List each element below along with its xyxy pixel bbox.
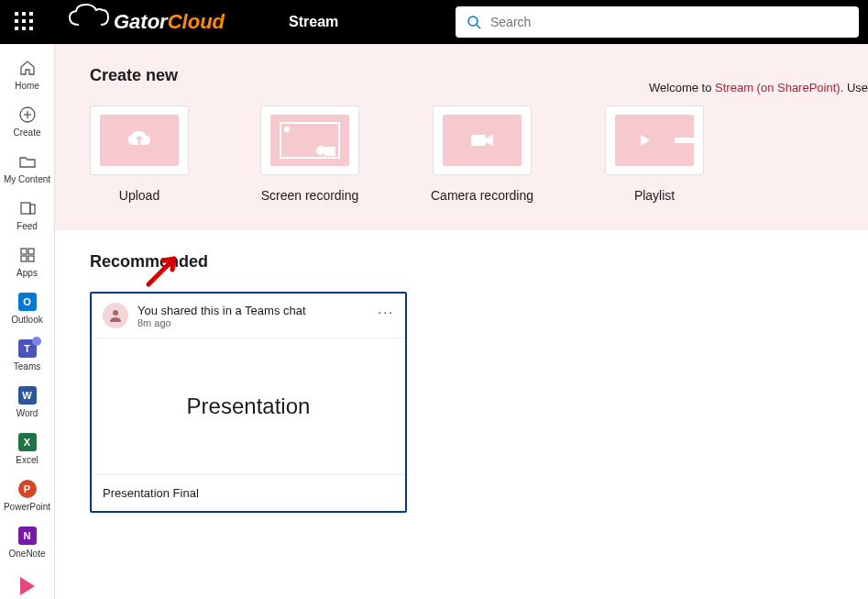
svg-rect-7 bbox=[21, 249, 27, 254]
onenote-icon: N bbox=[16, 525, 38, 547]
welcome-text: Welcome to Stream (on SharePoint). Use bbox=[649, 81, 868, 94]
video-preview: Presentation bbox=[92, 338, 405, 474]
nav-powerpoint[interactable]: P PowerPoint bbox=[0, 472, 55, 519]
left-nav-rail: Home Create My Content Feed Apps O Outlo… bbox=[0, 44, 55, 599]
svg-line-1 bbox=[477, 25, 480, 28]
logo-text-1: Gator bbox=[114, 10, 168, 34]
svg-point-12 bbox=[284, 127, 290, 132]
create-upload[interactable]: Upload bbox=[90, 105, 189, 203]
search-box[interactable] bbox=[456, 6, 859, 38]
svg-rect-6 bbox=[30, 205, 35, 214]
recommendation-action-text: You shared this in a Teams chat bbox=[137, 304, 394, 317]
nav-onenote[interactable]: N OneNote bbox=[0, 519, 55, 566]
create-playlist[interactable]: Playlist bbox=[605, 105, 704, 203]
annotation-arrow-icon bbox=[143, 250, 183, 290]
more-options-button[interactable]: ··· bbox=[378, 305, 394, 319]
brand-logo: GatorCloud bbox=[62, 10, 225, 34]
stream-icon bbox=[16, 575, 38, 597]
play-icon bbox=[637, 133, 652, 148]
nav-teams[interactable]: T Teams bbox=[0, 332, 55, 379]
logo-text-2: Cloud bbox=[168, 10, 225, 34]
nav-my-content[interactable]: My Content bbox=[0, 145, 55, 192]
nav-create[interactable]: Create bbox=[0, 98, 55, 145]
create-icon bbox=[16, 104, 38, 126]
svg-point-0 bbox=[468, 17, 478, 26]
nav-excel[interactable]: X Excel bbox=[0, 426, 55, 472]
teams-icon: T bbox=[16, 338, 38, 360]
outlook-icon: O bbox=[16, 291, 38, 313]
svg-rect-8 bbox=[28, 249, 34, 254]
main-content: Create new Welcome to Stream (on SharePo… bbox=[55, 44, 868, 599]
app-header: GatorCloud Stream bbox=[0, 0, 868, 44]
search-input[interactable] bbox=[490, 15, 848, 29]
app-launcher-icon[interactable] bbox=[15, 12, 35, 32]
video-title: Presentation Final bbox=[92, 474, 405, 511]
home-icon bbox=[16, 57, 38, 79]
folder-icon bbox=[16, 150, 38, 172]
upload-icon bbox=[126, 130, 152, 150]
svg-point-13 bbox=[316, 146, 325, 155]
avatar bbox=[103, 303, 128, 328]
excel-icon: X bbox=[16, 431, 38, 453]
nav-feed[interactable]: Feed bbox=[0, 192, 55, 238]
create-camera-recording[interactable]: Camera recording bbox=[431, 105, 533, 203]
stream-sharepoint-link[interactable]: Stream (on SharePoint) bbox=[715, 81, 841, 94]
recommendation-time: 8m ago bbox=[137, 317, 394, 328]
nav-apps[interactable]: Apps bbox=[0, 238, 55, 285]
svg-rect-9 bbox=[21, 256, 27, 261]
powerpoint-icon: P bbox=[16, 478, 38, 500]
svg-rect-15 bbox=[471, 135, 486, 146]
nav-word[interactable]: W Word bbox=[0, 379, 55, 426]
nav-stream[interactable] bbox=[0, 566, 55, 599]
feed-icon bbox=[16, 197, 38, 219]
nav-home[interactable]: Home bbox=[0, 51, 55, 98]
apps-icon bbox=[16, 244, 38, 266]
svg-rect-5 bbox=[21, 203, 30, 214]
screen-recording-icon bbox=[277, 119, 343, 161]
recommended-title: Recommended bbox=[90, 252, 833, 272]
person-icon bbox=[108, 308, 123, 323]
recommended-video-card[interactable]: You shared this in a Teams chat 8m ago ·… bbox=[90, 292, 407, 513]
search-icon bbox=[467, 15, 481, 29]
svg-point-16 bbox=[113, 310, 118, 316]
svg-rect-10 bbox=[28, 256, 34, 261]
app-title: Stream bbox=[289, 14, 338, 30]
camera-recording-icon bbox=[469, 131, 495, 150]
create-new-section: Create new Welcome to Stream (on SharePo… bbox=[55, 44, 868, 230]
word-icon: W bbox=[16, 384, 38, 406]
create-screen-recording[interactable]: Screen recording bbox=[260, 105, 359, 203]
svg-rect-14 bbox=[324, 147, 335, 156]
nav-outlook[interactable]: O Outlook bbox=[0, 285, 55, 332]
